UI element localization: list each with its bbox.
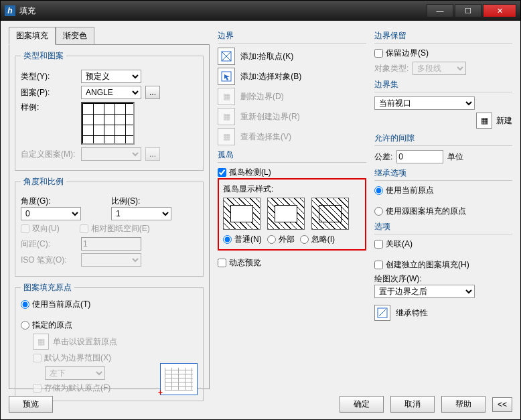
select-draw-order[interactable]: 置于边界之后 [374,285,475,298]
label-pattern: 图案(P): [21,87,77,98]
section-boundary-set: 边界集 [374,79,512,92]
section-inherit-opt: 继承选项 [374,167,512,181]
check-island-detect[interactable]: 孤岛检测(L) [218,167,366,178]
label-island-style: 孤岛显示样式: [223,184,361,195]
btn-preview[interactable]: 预览 [9,396,53,413]
inherit-props-icon[interactable] [374,305,390,321]
tab-gradient[interactable]: 渐变色 [56,27,94,45]
dialog-window: h 填充 — ☐ ✕ 图案填充 渐变色 类型和图案 类型(Y): [0,0,521,420]
section-gap: 允许的间隙 [374,133,512,146]
legend-origin: 图案填充原点 [21,282,74,293]
section-boundary: 边界 [218,30,366,44]
select-custom-pattern [81,147,141,161]
check-rel-paper: 相对图纸空间(E) [80,223,150,234]
group-type-pattern: 类型和图案 类型(Y): 预定义 图案(P): ANGLE ... 样例: [15,50,204,171]
recreate-boundary-icon: ▦ [218,108,235,125]
radio-inherit-current[interactable]: 使用当前原点 [374,185,512,196]
radio-island-ignore[interactable]: 忽略(I) [300,234,335,245]
pick-point-icon [218,48,235,65]
pattern-browse-button[interactable]: ... [145,86,160,99]
new-boundary-icon[interactable]: ▦ [476,113,492,129]
label-sample: 样例: [21,102,77,113]
view-selection-icon: ▦ [218,128,235,145]
pattern-preview[interactable] [81,102,135,145]
btn-new-boundary[interactable]: 新建 [496,115,512,127]
select-type[interactable]: 预定义 [81,70,141,83]
label-unit: 单位 [447,151,463,163]
island-preview-outer[interactable] [267,198,305,230]
select-origin-pos: 左下 [45,366,105,380]
check-assoc[interactable]: 关联(A) [374,238,512,250]
btn-recreate-boundary: ▦ 重新创建边界(R) [218,108,366,125]
label-click-set-origin: 单击以设置新原点 [53,336,117,348]
section-retain: 边界保留 [374,30,512,44]
select-pattern[interactable]: ANGLE [81,86,141,99]
check-dynamic-preview[interactable]: 动态预览 [218,257,366,269]
titlebar[interactable]: h 填充 — ☐ ✕ [1,1,520,21]
group-origin: 图案填充原点 使用当前原点(T) 指定的原点 ▦ 单击以设置新原点 默认为边界范… [15,282,204,401]
remove-boundary-icon: ▦ [218,88,235,105]
select-angle[interactable]: 0 [21,207,81,220]
check-double: 双向(U) [21,223,60,234]
select-scale[interactable]: 1 [111,207,171,220]
label-spacing: 间距(C): [21,238,77,250]
btn-inherit-props[interactable]: 继承特性 [396,307,428,319]
custom-pattern-browse-button: ... [145,147,160,161]
label-angle: 角度(G): [21,196,107,207]
btn-ok[interactable]: 确定 [340,396,384,413]
select-object-type: 多段线 [413,62,466,75]
select-boundary-set[interactable]: 当前视口 [374,96,475,110]
input-spacing [81,237,141,251]
radio-inherit-source[interactable]: 使用源图案填充的原点 [374,206,512,217]
island-highlight-box: 孤岛显示样式: 普通(N) 外部 忽略(I) [218,178,366,251]
close-button[interactable]: ✕ [483,4,516,17]
maximize-button[interactable]: ☐ [455,4,481,17]
label-tolerance: 公差: [374,151,392,163]
radio-island-outer[interactable]: 外部 [267,234,295,245]
btn-view-selection: ▦ 查看选择集(V) [218,128,366,145]
btn-help[interactable]: 帮助 [441,396,486,413]
app-icon: h [5,5,15,16]
btn-add-select-object[interactable]: 添加:选择对象(B) [218,68,366,85]
btn-add-pick-point[interactable]: 添加:拾取点(K) [218,48,366,65]
tab-pattern-fill[interactable]: 图案填充 [9,27,56,45]
island-preview-ignore[interactable] [311,198,349,230]
label-type: 类型(Y): [21,71,77,82]
radio-island-normal[interactable]: 普通(N) [223,234,262,245]
origin-preview: + [160,363,198,395]
radio-specified-origin[interactable]: 指定的原点 [21,320,198,331]
check-default-boundary: 默认为边界范围(X) [33,352,198,364]
check-keep-boundary[interactable]: 保留边界(S) [374,48,512,59]
label-draw-order: 绘图次序(W): [374,273,512,285]
window-title: 填充 [19,5,427,17]
radio-use-current-origin[interactable]: 使用当前原点(T) [21,299,198,310]
section-options: 选项 [374,221,512,234]
check-independent[interactable]: 创建独立的图案填充(H) [374,259,512,271]
label-custom-pattern: 自定义图案(M): [21,149,77,160]
set-origin-icon: ▦ [33,334,49,350]
input-tolerance[interactable] [396,150,443,163]
btn-cancel[interactable]: 取消 [390,396,435,413]
label-object-type: 对象类型: [374,63,408,74]
section-island: 孤岛 [218,149,366,163]
legend-angle-scale: 角度和比例 [21,176,66,188]
btn-remove-boundary: ▦ 删除边界(D) [218,88,366,105]
label-iso-pen: ISO 笔宽(O): [21,255,77,266]
group-angle-scale: 角度和比例 角度(G): 0 比例(S): 1 [15,176,204,277]
select-iso-pen [81,253,141,267]
legend-type-pattern: 类型和图案 [21,50,66,62]
btn-collapse[interactable]: << [492,397,512,412]
label-scale: 比例(S): [111,196,198,207]
minimize-button[interactable]: — [427,4,453,17]
select-object-icon [218,68,235,85]
island-preview-normal[interactable] [223,198,260,230]
